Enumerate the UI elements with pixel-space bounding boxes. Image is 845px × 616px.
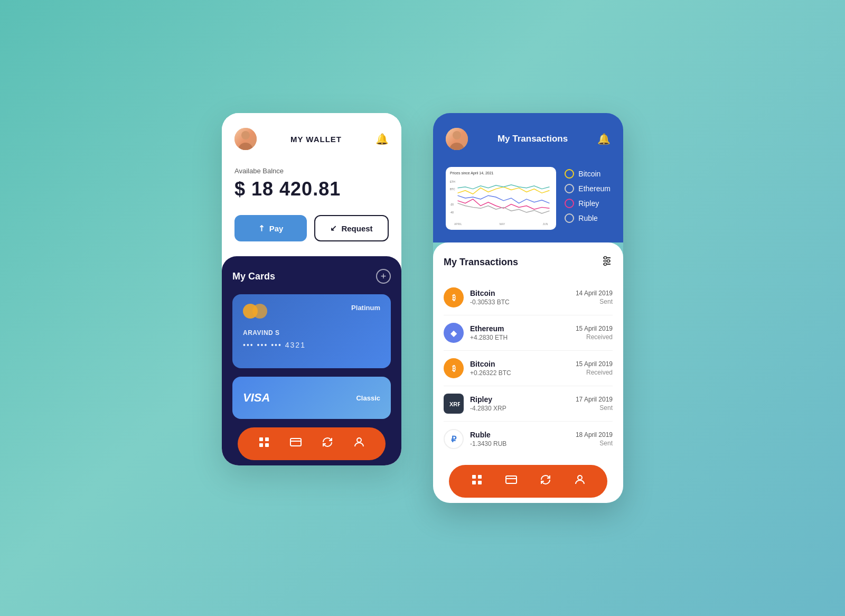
screens-container: MY WALLET 🔔 Availabe Balnce $ 18 420.81 … (222, 113, 623, 503)
ethereum-icon: ◆ (444, 323, 464, 343)
card-platinum[interactable]: Platinum ARAVIND S ••• ••• ••• 4321 (232, 294, 391, 368)
tx-left: ₽ Ruble -1.3430 RUB (444, 429, 506, 449)
svg-rect-23 (506, 476, 517, 483)
svg-rect-22 (478, 481, 482, 484)
svg-point-14 (604, 257, 607, 259)
right-phone: My Transactions 🔔 Prices since April 14,… (433, 113, 623, 503)
tx-status: Sent (576, 404, 613, 412)
tx-date: 17 April 2019 (576, 396, 613, 403)
nav-cards-icon[interactable] (289, 436, 302, 452)
tx-left: ◆ Ethereum +4.2830 ETH (444, 323, 508, 343)
svg-text:-20: -20 (450, 203, 454, 206)
transaction-list: ₿ Bitcoin -0.30533 BTC 14 April 2019 Sen… (444, 280, 613, 456)
tx-date: 15 April 2019 (576, 325, 613, 332)
avatar[interactable] (234, 128, 257, 150)
ethereum-legend-dot (565, 184, 574, 193)
svg-point-25 (578, 475, 582, 480)
transaction-item[interactable]: ₿ Bitcoin -0.30533 BTC 14 April 2019 Sen… (444, 280, 613, 315)
pay-label: Pay (269, 224, 284, 233)
tx-status: Sent (576, 440, 613, 447)
legend-ruble: Ruble (565, 213, 611, 223)
chart-svg: ETH BTC -20 -40 (450, 177, 552, 219)
card-type-label: Platinum (351, 304, 380, 312)
nav-cards-right-icon[interactable] (505, 473, 518, 489)
avatar-right[interactable] (446, 128, 468, 150)
tx-left: ₿ Bitcoin -0.30533 BTC (444, 287, 510, 307)
add-card-button[interactable]: + (376, 269, 391, 284)
svg-text:-40: -40 (450, 211, 454, 214)
svg-rect-20 (478, 475, 482, 479)
card-holder-name: ARAVIND S (243, 329, 380, 337)
action-buttons: ↗ Pay ↙ Request (234, 215, 389, 241)
tx-right: 18 April 2019 Sent (576, 431, 613, 447)
wallet-header: MY WALLET 🔔 (234, 128, 389, 150)
nav-refresh-icon[interactable] (321, 436, 334, 452)
legend-bitcoin: Bitcoin (565, 169, 611, 179)
wallet-title: MY WALLET (290, 135, 342, 144)
tx-name: Bitcoin (470, 289, 510, 297)
wallet-top-section: MY WALLET 🔔 Availabe Balnce $ 18 420.81 … (222, 113, 401, 256)
nav-refresh-right-icon[interactable] (539, 473, 552, 489)
left-bottom-nav (238, 427, 386, 460)
request-label: Request (341, 224, 372, 233)
right-bottom-nav (449, 465, 607, 498)
legend-list: Bitcoin Ethereum Ripley Ruble (565, 167, 611, 223)
tx-date: 15 April 2019 (576, 360, 613, 368)
svg-text:ETH: ETH (450, 181, 455, 183)
tx-amount: -4.2830 XRP (470, 405, 506, 412)
ripley-legend-label: Ripley (578, 199, 599, 208)
card-visa[interactable]: VISA Classic (232, 377, 391, 419)
tx-name: Ripley (470, 395, 506, 404)
transaction-item[interactable]: ₽ Ruble -1.3430 RUB 18 April 2019 Sent (444, 422, 613, 456)
svg-point-6 (357, 438, 361, 442)
cards-title: My Cards (232, 271, 275, 282)
transaction-item[interactable]: ₿ Bitcoin +0.26322 BTC 15 April 2019 Rec… (444, 351, 613, 386)
svg-point-16 (604, 263, 607, 266)
svg-rect-4 (290, 438, 301, 446)
visa-type: Classic (356, 394, 380, 402)
visa-brand: VISA (243, 391, 270, 405)
mastercard-logo (243, 304, 267, 319)
cards-section: My Cards + Platinum ARAVIND S ••• ••• ••… (222, 256, 401, 465)
transactions-title-header: My Transactions (497, 134, 568, 144)
bitcoin-legend-label: Bitcoin (578, 170, 600, 178)
nav-profile-icon[interactable] (353, 436, 365, 452)
request-arrow-icon: ↙ (330, 223, 337, 233)
legend-ethereum: Ethereum (565, 184, 611, 193)
ripley-icon: XRP (444, 394, 464, 414)
notification-bell-icon[interactable]: 🔔 (375, 133, 389, 145)
chart-title: Prices since April 14, 2021 (450, 171, 552, 175)
filter-icon[interactable] (601, 255, 613, 269)
transactions-bottom-section: My Transactions ₿ (433, 242, 623, 503)
chart-legend-area: Prices since April 14, 2021 ETH BTC -20 … (446, 167, 611, 230)
transaction-item[interactable]: ◆ Ethereum +4.2830 ETH 15 April 2019 Rec… (444, 315, 613, 351)
tx-right: 17 April 2019 Sent (576, 396, 613, 412)
request-button[interactable]: ↙ Request (314, 215, 389, 241)
nav-profile-right-icon[interactable] (574, 473, 586, 489)
mastercard-right-circle (252, 304, 267, 319)
nav-home-right-icon[interactable] (471, 473, 483, 489)
tx-amount: -1.3430 RUB (470, 440, 506, 447)
notification-bell-right-icon[interactable]: 🔔 (597, 133, 611, 145)
tx-name: Ethereum (470, 324, 508, 333)
svg-rect-21 (472, 481, 476, 484)
svg-rect-19 (472, 475, 476, 479)
cards-section-header: My Cards + (232, 269, 391, 284)
tx-amount: +4.2830 ETH (470, 334, 508, 341)
svg-rect-1 (265, 437, 269, 441)
tx-date: 18 April 2019 (576, 431, 613, 438)
tx-left: XRP Ripley -4.2830 XRP (444, 394, 506, 414)
svg-rect-2 (259, 443, 263, 447)
pay-arrow-icon: ↗ (256, 222, 267, 234)
bitcoin-icon: ₿ (444, 287, 464, 307)
transaction-item[interactable]: XRP Ripley -4.2830 XRP 17 April 2019 Sen… (444, 386, 613, 422)
transactions-section-header: My Transactions (444, 255, 613, 269)
ethereum-legend-label: Ethereum (578, 184, 611, 193)
pay-button[interactable]: ↗ Pay (234, 215, 307, 241)
tx-left: ₿ Bitcoin +0.26322 BTC (444, 358, 511, 378)
ruble-legend-label: Ruble (578, 214, 598, 222)
tx-right: 15 April 2019 Received (576, 325, 613, 341)
svg-rect-0 (259, 437, 263, 441)
nav-home-icon[interactable] (258, 436, 270, 452)
svg-rect-3 (265, 443, 269, 447)
